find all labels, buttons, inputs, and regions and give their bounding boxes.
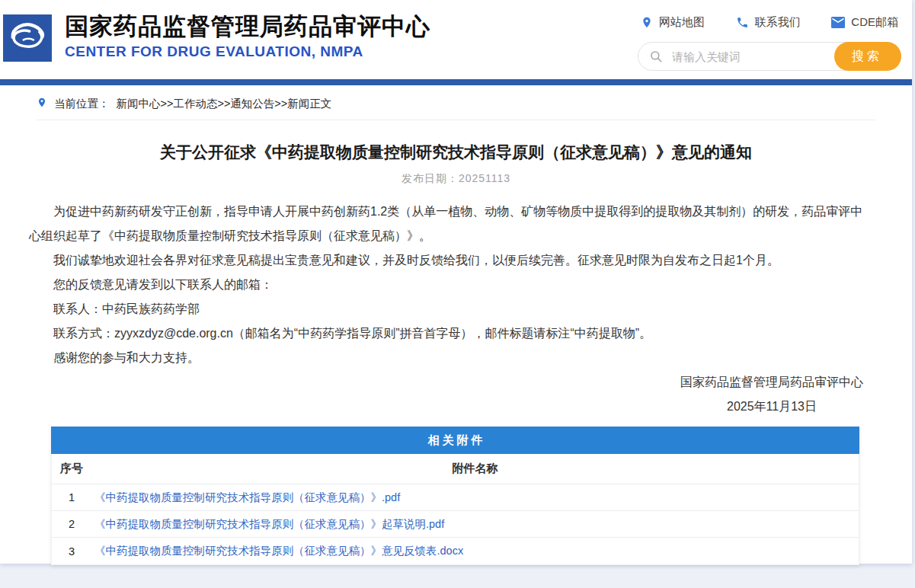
breadcrumb-prefix: 当前位置：: [54, 97, 110, 111]
nav-link-sitemap-label: 网站地图: [659, 15, 705, 30]
attachments-column-headers: 序号 附件名称: [52, 454, 859, 484]
nav-link-mailbox[interactable]: CDE邮箱: [831, 15, 898, 30]
attachment-row: 2 《中药提取物质量控制研究技术指导原则（征求意见稿）》起草说明.pdf: [52, 511, 859, 538]
article-paragraph: 您的反馈意见请发到以下联系人的邮箱：: [29, 273, 872, 297]
site-titles: 国家药品监督管理局药品审评中心 CENTER FOR DRUG EVALUATI…: [65, 14, 430, 60]
article-paragraph: 联系人：中药民族药药学部: [29, 297, 872, 321]
search-button[interactable]: 搜索: [834, 42, 901, 71]
nav-link-contact-label: 联系我们: [755, 15, 801, 30]
attachment-link[interactable]: 《中药提取物质量控制研究技术指导原则（征求意见稿）》起草说明.pdf: [91, 517, 444, 532]
attachment-no: 2: [52, 518, 91, 530]
breadcrumb-path[interactable]: 新闻中心>>工作动态>>通知公告>>新闻正文: [117, 97, 332, 111]
cde-logo-icon: [5, 15, 50, 61]
signature-block: 国家药品监督管理局药品审评中心 2025年11月13日: [0, 370, 863, 419]
attachment-row: 3 《中药提取物质量控制研究技术指导原则（征求意见稿）》意见反馈表.docx: [52, 538, 859, 564]
search-icon: [649, 50, 663, 66]
nav-link-contact[interactable]: 联系我们: [736, 15, 801, 30]
publish-date: 发布日期：20251113: [0, 172, 912, 186]
search-bar: 搜索: [638, 42, 901, 71]
article-paragraph: 我们诚挚地欢迎社会各界对征求意见稿提出宝贵意见和建议，并及时反馈给我们，以便后续…: [29, 248, 872, 273]
page: 国家药品监督管理局药品审评中心 CENTER FOR DRUG EVALUATI…: [0, 0, 912, 564]
location-pin-icon: [37, 96, 47, 111]
article-body: 为促进中药新药研发守正创新，指导申请人开展中药创新药1.2类（从单一植物、动物、…: [29, 200, 872, 370]
org-name-cn: 国家药品监督管理局药品审评中心: [65, 14, 430, 40]
org-name-en: CENTER FOR DRUG EVALUATION, NMPA: [65, 43, 430, 60]
header-divider-bar: [0, 79, 912, 85]
site-header: 国家药品监督管理局药品审评中心 CENTER FOR DRUG EVALUATI…: [0, 0, 912, 79]
mail-icon: [831, 17, 845, 28]
attachments-table: 相关附件 序号 附件名称 1 《中药提取物质量控制研究技术指导原则（征求意见稿）…: [51, 427, 859, 565]
nav-link-sitemap[interactable]: 网站地图: [641, 15, 705, 30]
attachment-no: 1: [52, 491, 91, 503]
column-header-no: 序号: [52, 462, 91, 476]
signature-date: 2025年11月13日: [680, 395, 863, 419]
phone-icon: [736, 16, 749, 29]
breadcrumb: 当前位置：新闻中心>>工作动态>>通知公告>>新闻正文: [37, 96, 875, 120]
top-links: 网站地图 联系我们 CDE邮箱: [638, 12, 901, 32]
header-right: 网站地图 联系我们 CDE邮箱: [638, 12, 901, 71]
attachment-link[interactable]: 《中药提取物质量控制研究技术指导原则（征求意见稿）》意见反馈表.docx: [91, 544, 463, 558]
attachments-body: 序号 附件名称 1 《中药提取物质量控制研究技术指导原则（征求意见稿）》.pdf…: [51, 454, 859, 565]
map-pin-icon: [641, 16, 653, 29]
cde-logo: [3, 14, 52, 62]
attachment-no: 3: [52, 545, 91, 558]
nav-link-mailbox-label: CDE邮箱: [851, 15, 898, 30]
attachment-row: 1 《中药提取物质量控制研究技术指导原则（征求意见稿）》.pdf: [52, 484, 859, 511]
article-title: 关于公开征求《中药提取物质量控制研究技术指导原则（征求意见稿）》意见的通知: [46, 142, 866, 162]
signature-org: 国家药品监督管理局药品审评中心: [680, 370, 863, 395]
article: 关于公开征求《中药提取物质量控制研究技术指导原则（征求意见稿）》意见的通知 发布…: [0, 142, 912, 565]
column-header-name: 附件名称: [91, 462, 859, 476]
attachments-title-bar: 相关附件: [51, 427, 859, 454]
article-paragraph: 感谢您的参与和大力支持。: [29, 346, 872, 370]
article-paragraph: 为促进中药新药研发守正创新，指导申请人开展中药创新药1.2类（从单一植物、动物、…: [29, 200, 872, 248]
article-paragraph: 联系方式：zyyxzdyz@cde.org.cn（邮箱名为“中药药学指导原则”拼…: [29, 321, 872, 346]
attachment-link[interactable]: 《中药提取物质量控制研究技术指导原则（征求意见稿）》.pdf: [91, 491, 400, 505]
